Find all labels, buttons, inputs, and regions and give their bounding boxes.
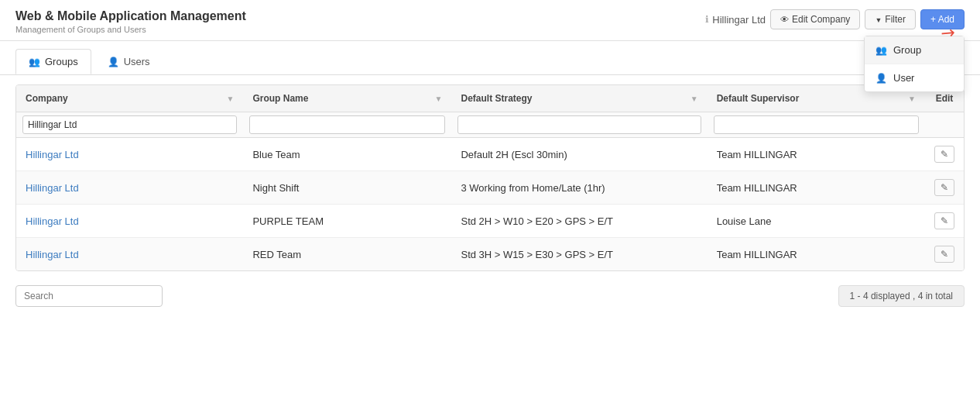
- filter-edit-cell: [925, 112, 964, 138]
- row-group-name: RED Team: [243, 238, 451, 271]
- filter-supervisor-cell: [708, 112, 925, 138]
- company-badge: ℹ Hillingar Ltd: [705, 14, 766, 26]
- col-group-name: Group Name ▼: [243, 85, 451, 112]
- row-supervisor: Louise Lane: [708, 205, 925, 238]
- header-right: ℹ Hillingar Ltd Edit Company Filter + Ad…: [705, 9, 965, 29]
- pagination-info: 1 - 4 displayed , 4 in total: [838, 285, 965, 307]
- tabs-container: Groups Users: [0, 41, 980, 75]
- company-sort-icon[interactable]: ▼: [227, 95, 235, 103]
- filter-supervisor-input[interactable]: [714, 115, 919, 134]
- eye-icon: [780, 14, 789, 25]
- row-edit-cell: ✎: [925, 138, 964, 171]
- filter-strategy-input[interactable]: [457, 115, 701, 134]
- row-supervisor: Team HILLINGAR: [708, 138, 925, 171]
- page-title: Web & Mobile Application Management: [15, 9, 246, 23]
- col-company: Company ▼: [16, 85, 243, 112]
- info-icon: ℹ: [705, 14, 709, 25]
- company-filter-value: Hillingar Ltd: [22, 115, 237, 134]
- dropdown-user-item[interactable]: User: [865, 64, 964, 91]
- edit-company-label: Edit Company: [792, 14, 850, 25]
- row-group-name: Night Shift: [243, 171, 451, 205]
- table-row: Hillingar LtdBlue TeamDefault 2H (Escl 3…: [16, 138, 964, 171]
- tab-users[interactable]: Users: [94, 49, 163, 74]
- filter-group-name-input[interactable]: [249, 115, 445, 134]
- col-default-strategy: Default Strategy ▼: [451, 85, 707, 112]
- users-tab-icon: [108, 56, 119, 67]
- page-subtitle: Management of Groups and Users: [15, 25, 246, 34]
- group-sort-icon[interactable]: ▼: [435, 95, 443, 103]
- edit-company-button[interactable]: Edit Company: [770, 9, 860, 29]
- row-company: Hillingar Ltd: [16, 171, 243, 205]
- add-dropdown-menu: ↗ Group User: [864, 36, 965, 92]
- row-strategy: Std 2H > W10 > E20 > GPS > E/T: [451, 205, 707, 238]
- user-icon: [875, 72, 887, 84]
- search-box: [15, 285, 163, 307]
- strategy-sort-icon[interactable]: ▼: [690, 95, 698, 103]
- table-header-row: Company ▼ Group Name ▼ Default Strategy: [16, 85, 964, 112]
- header-left: Web & Mobile Application Management Mana…: [15, 9, 246, 34]
- row-group-name: Blue Team: [243, 138, 451, 171]
- filter-button[interactable]: Filter: [865, 9, 916, 29]
- row-edit-cell: ✎: [925, 238, 964, 271]
- row-strategy: Std 3H > W15 > E30 > GPS > E/T: [451, 238, 707, 271]
- row-edit-button[interactable]: ✎: [934, 212, 954, 229]
- row-edit-cell: ✎: [925, 171, 964, 205]
- group-icon: [875, 44, 887, 56]
- groups-tab-icon: [29, 56, 40, 67]
- company-name: Hillingar Ltd: [712, 14, 766, 26]
- row-company: Hillingar Ltd: [16, 238, 243, 271]
- table-body: Hillingar LtdBlue TeamDefault 2H (Escl 3…: [16, 138, 964, 271]
- search-input[interactable]: [15, 285, 163, 307]
- row-edit-cell: ✎: [925, 205, 964, 238]
- row-company: Hillingar Ltd: [16, 205, 243, 238]
- dropdown-group-label: Group: [893, 44, 921, 56]
- table-row: Hillingar LtdRED TeamStd 3H > W15 > E30 …: [16, 238, 964, 271]
- row-group-name: PURPLE TEAM: [243, 205, 451, 238]
- groups-table-container: Company ▼ Group Name ▼ Default Strategy: [15, 84, 965, 271]
- table-row: Hillingar LtdPURPLE TEAMStd 2H > W10 > E…: [16, 205, 964, 238]
- filter-label: Filter: [885, 14, 906, 25]
- row-supervisor: Team HILLINGAR: [708, 238, 925, 271]
- supervisor-sort-icon[interactable]: ▼: [908, 95, 916, 103]
- row-supervisor: Team HILLINGAR: [708, 171, 925, 205]
- table-filter-row: Hillingar Ltd: [16, 112, 964, 138]
- filter-strategy-cell: [451, 112, 707, 138]
- row-strategy: 3 Working from Home/Late (1hr): [451, 171, 707, 205]
- groups-table: Company ▼ Group Name ▼ Default Strategy: [16, 85, 964, 270]
- row-strategy: Default 2H (Escl 30min): [451, 138, 707, 171]
- pagination-text: 1 - 4 displayed , 4 in total: [850, 291, 953, 301]
- main-content: Company ▼ Group Name ▼ Default Strategy: [0, 84, 980, 322]
- page-header: Web & Mobile Application Management Mana…: [0, 0, 980, 41]
- dropdown-user-label: User: [893, 72, 914, 84]
- table-footer: 1 - 4 displayed , 4 in total: [15, 277, 965, 307]
- filter-group-name-cell: [243, 112, 451, 138]
- row-edit-button[interactable]: ✎: [934, 246, 954, 263]
- users-tab-label: Users: [124, 56, 150, 67]
- table-row: Hillingar LtdNight Shift3 Working from H…: [16, 171, 964, 205]
- filter-icon: [875, 14, 882, 25]
- row-edit-button[interactable]: ✎: [934, 179, 954, 196]
- filter-company-cell: Hillingar Ltd: [16, 112, 243, 138]
- row-company: Hillingar Ltd: [16, 138, 243, 171]
- row-edit-button[interactable]: ✎: [934, 146, 954, 163]
- tab-groups[interactable]: Groups: [15, 49, 91, 74]
- groups-tab-label: Groups: [45, 56, 78, 67]
